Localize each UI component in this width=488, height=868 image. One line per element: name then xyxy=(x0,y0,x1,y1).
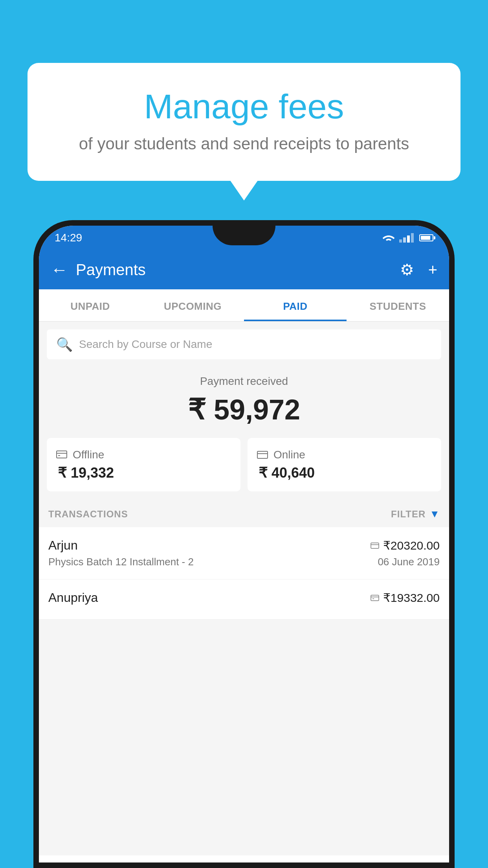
app-bar: ← Payments ⚙ + xyxy=(39,250,449,289)
offline-label: Offline xyxy=(73,449,104,461)
payment-cards: Offline ₹ 19,332 Online ₹ 4 xyxy=(39,438,449,501)
transactions-header: TRANSACTIONS FILTER ▼ xyxy=(39,501,449,527)
signal-icon xyxy=(399,233,414,243)
search-bar[interactable]: 🔍 Search by Course or Name xyxy=(47,329,441,359)
payment-section: Payment received ₹ 59,972 xyxy=(39,359,449,438)
transaction-date: 06 June 2019 xyxy=(378,556,440,568)
offline-icon xyxy=(56,448,67,462)
online-label: Online xyxy=(273,449,305,461)
offline-card: Offline ₹ 19,332 xyxy=(47,438,240,491)
back-button[interactable]: ← xyxy=(51,260,68,280)
tabs: UNPAID UPCOMING PAID STUDENTS xyxy=(39,289,449,322)
tab-paid[interactable]: PAID xyxy=(244,289,347,321)
offline-amount: ₹ 19,332 xyxy=(56,465,231,481)
payment-amount: ₹ 59,972 xyxy=(47,393,441,426)
bubble-subtitle: of your students and send receipts to pa… xyxy=(47,134,441,153)
add-button[interactable]: + xyxy=(428,261,437,279)
filter-label: FILTER xyxy=(391,509,426,520)
transactions-label: TRANSACTIONS xyxy=(48,509,128,520)
svg-rect-0 xyxy=(57,451,67,458)
online-card: Online ₹ 40,640 xyxy=(248,438,441,491)
app-title: Payments xyxy=(76,261,386,279)
transaction-payment-icon xyxy=(371,592,379,603)
search-icon: 🔍 xyxy=(56,337,73,352)
phone-frame: 14:29 ← Pay xyxy=(33,220,455,868)
online-icon xyxy=(257,448,268,462)
filter-icon: ▼ xyxy=(429,508,440,520)
battery-icon xyxy=(419,234,433,241)
transaction-row[interactable]: Arjun ₹20320.00 Physics Batch 12 Install… xyxy=(39,527,449,579)
tab-upcoming[interactable]: UPCOMING xyxy=(141,289,244,321)
transaction-name: Anupriya xyxy=(48,590,98,605)
phone-screen: 14:29 ← Pay xyxy=(39,226,449,862)
transaction-amount: ₹19332.00 xyxy=(383,591,440,605)
transaction-amount-section: ₹20320.00 xyxy=(371,539,440,552)
tab-unpaid[interactable]: UNPAID xyxy=(39,289,141,321)
transaction-row[interactable]: Anupriya ₹19332.00 xyxy=(39,579,449,620)
filter-section[interactable]: FILTER ▼ xyxy=(391,508,440,520)
status-time: 14:29 xyxy=(55,232,82,244)
settings-button[interactable]: ⚙ xyxy=(400,261,414,279)
transaction-course: Physics Batch 12 Installment - 2 xyxy=(48,556,194,568)
transaction-name: Arjun xyxy=(48,538,78,553)
bubble-title: Manage fees xyxy=(47,86,441,127)
tab-students[interactable]: STUDENTS xyxy=(347,289,449,321)
status-icons xyxy=(382,233,433,243)
svg-rect-3 xyxy=(257,451,268,458)
transaction-amount-section: ₹19332.00 xyxy=(371,591,440,605)
transaction-amount: ₹20320.00 xyxy=(383,539,440,552)
online-amount: ₹ 40,640 xyxy=(257,465,432,481)
payment-label: Payment received xyxy=(47,375,441,388)
transaction-payment-icon xyxy=(371,540,379,551)
content-area: 🔍 Search by Course or Name Payment recei… xyxy=(39,322,449,855)
speech-bubble: Manage fees of your students and send re… xyxy=(28,63,460,181)
status-bar: 14:29 xyxy=(39,226,449,250)
wifi-icon xyxy=(382,233,395,243)
svg-rect-7 xyxy=(371,595,379,601)
svg-rect-5 xyxy=(371,543,379,548)
search-input[interactable]: Search by Course or Name xyxy=(79,338,432,351)
